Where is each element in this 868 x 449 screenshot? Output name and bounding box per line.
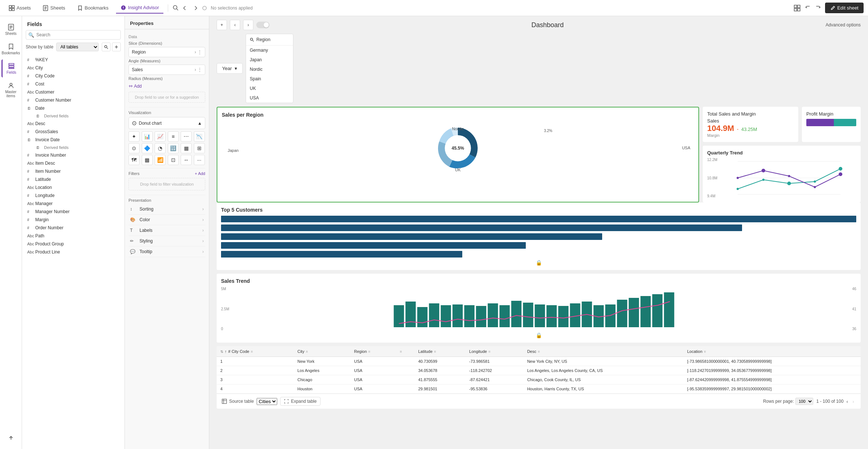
presentation-labels[interactable]: T Labels ›: [129, 225, 205, 236]
nav-next-btn[interactable]: ›: [243, 20, 253, 30]
viz-waterfall-icon[interactable]: 📶: [155, 155, 166, 165]
field-item-itemnumber[interactable]: # Item Number: [22, 167, 124, 175]
field-item-productgroup[interactable]: Abc Product Group: [22, 240, 124, 248]
presentation-styling[interactable]: ✏ Styling ›: [129, 236, 205, 247]
field-item-ordernumber[interactable]: # Order Number: [22, 224, 124, 232]
search-input[interactable]: [26, 30, 121, 40]
invoicedate-derived-fields[interactable]: 🗓 Derived fields: [31, 144, 124, 151]
viz-pie-icon[interactable]: ◔: [155, 143, 166, 153]
viz-gauge-icon[interactable]: ⊙: [129, 143, 140, 153]
region-japan[interactable]: Japan: [246, 55, 293, 65]
expand-table-btn[interactable]: Expand table: [280, 397, 321, 406]
viz-dist-icon[interactable]: ↔: [181, 155, 192, 165]
source-table-select[interactable]: Cities: [257, 398, 277, 405]
angle-more[interactable]: ⋮: [198, 67, 202, 72]
nav-prev-btn[interactable]: ‹: [230, 20, 240, 30]
viz-filter-icon[interactable]: ≡: [168, 131, 179, 142]
viz-bar-icon[interactable]: 📊: [142, 131, 153, 142]
filters-add-btn[interactable]: + Add: [195, 171, 205, 176]
tab-insight-advisor[interactable]: Insight Advisor: [116, 3, 164, 14]
table-select[interactable]: All tables: [56, 43, 99, 51]
sidebar-item-bookmarks[interactable]: Bookmarks: [1, 40, 21, 58]
region-usa[interactable]: USA: [246, 93, 293, 103]
field-item-path[interactable]: Abc Path: [22, 232, 124, 240]
field-item-margin[interactable]: # Margin: [22, 216, 124, 224]
edit-sheet-button[interactable]: Edit sheet: [825, 3, 864, 13]
field-item-grosssales[interactable]: # GrossSales: [22, 128, 124, 136]
viz-kpi-icon[interactable]: 🔢: [168, 143, 179, 153]
viz-more-icon[interactable]: ···: [194, 155, 205, 165]
viz-map-icon[interactable]: 🗺: [129, 155, 140, 165]
region-filter-icon[interactable]: ≡: [368, 350, 370, 354]
viz-treemap-icon[interactable]: ▩: [142, 155, 153, 165]
sidebar-item-master[interactable]: Master items: [1, 79, 21, 101]
sidebar-item-fields[interactable]: Fields: [1, 59, 21, 77]
field-item-manager[interactable]: Abc Manager: [22, 200, 124, 208]
viz-combo-icon[interactable]: 📈: [155, 131, 166, 142]
region-nordic[interactable]: Nordic: [246, 65, 293, 74]
viz-area-icon[interactable]: 🔷: [142, 143, 153, 153]
year-filter-chip[interactable]: Year ▾: [217, 63, 243, 74]
advanced-toggle[interactable]: [256, 22, 270, 28]
rows-per-page-select[interactable]: 100: [795, 398, 813, 405]
date-derived-fields[interactable]: 🗓 Derived fields: [31, 112, 124, 120]
city-filter-icon[interactable]: ≡: [306, 350, 308, 354]
field-item-customernumber[interactable]: # Customer Number: [22, 96, 124, 104]
redo-icon[interactable]: [815, 5, 821, 11]
top5-bar-1: [221, 216, 856, 222]
viz-magic-icon[interactable]: ✦: [129, 131, 140, 142]
viz-scatter-icon[interactable]: ⋯: [181, 131, 192, 142]
region-uk[interactable]: UK: [246, 84, 293, 93]
viz-table-icon[interactable]: ▦: [181, 143, 192, 153]
tab-bookmarks[interactable]: Bookmarks: [73, 3, 113, 13]
field-item-desc[interactable]: Abc Desc: [22, 120, 124, 128]
field-item-managernumber[interactable]: # Manager Number: [22, 208, 124, 216]
sidebar-item-sheets[interactable]: Sheets: [1, 21, 21, 39]
field-item-itemdesc[interactable]: Abc Item Desc: [22, 159, 124, 167]
presentation-color[interactable]: 🎨 Color ›: [129, 215, 205, 225]
field-item-city[interactable]: Abc City: [22, 64, 124, 72]
field-item-location[interactable]: Abc Location: [22, 183, 124, 191]
slice-more[interactable]: ⋮: [198, 50, 202, 55]
region-germany[interactable]: Germany: [246, 45, 293, 55]
field-item-date[interactable]: 🗓 Date: [22, 104, 124, 112]
field-item-pctkey[interactable]: # %KEY: [22, 56, 124, 64]
undo-icon[interactable]: [804, 5, 811, 11]
field-item-citycode[interactable]: # City Code: [22, 72, 124, 80]
location-filter-icon[interactable]: ≡: [704, 350, 706, 354]
presentation-tooltip[interactable]: 💬 Tooltip ›: [129, 247, 205, 257]
viz-pivot-icon[interactable]: ⊞: [194, 143, 205, 153]
page-prev-btn[interactable]: ‹: [845, 398, 849, 405]
field-item-invoicenumber[interactable]: # Invoice Number: [22, 151, 124, 159]
tab-sheets[interactable]: Sheets: [38, 3, 69, 13]
presentation-sorting[interactable]: ↕ Sorting ›: [129, 204, 205, 215]
desc-filter-icon[interactable]: ≡: [538, 350, 540, 354]
slice-expand[interactable]: ›: [195, 50, 196, 55]
viz-selected-row[interactable]: ⊙ Donut chart ▲: [129, 117, 205, 129]
sidebar-item-collapse[interactable]: [1, 431, 21, 445]
col-filter-icon[interactable]: ≡: [251, 350, 253, 354]
slice-field-row[interactable]: Region › ⋮: [129, 47, 205, 57]
angle-expand[interactable]: ›: [195, 67, 196, 72]
extra-filter-icon[interactable]: ≡: [400, 350, 402, 354]
viz-collapse-icon[interactable]: ▲: [198, 121, 202, 126]
field-item-productline[interactable]: Abc Product Line: [22, 248, 124, 256]
latitude-filter-icon[interactable]: ≡: [434, 350, 436, 354]
longitude-filter-icon[interactable]: ≡: [488, 350, 491, 354]
add-radius-btn[interactable]: + + Add: [129, 82, 205, 90]
field-item-longitude[interactable]: # Longitude: [22, 191, 124, 200]
page-next-btn[interactable]: ›: [851, 398, 856, 405]
viz-boxplot-icon[interactable]: ⊡: [168, 155, 179, 165]
angle-field-row[interactable]: Sales › ⋮: [129, 65, 205, 75]
viz-line-icon[interactable]: 📉: [194, 131, 205, 142]
add-field-btn[interactable]: [112, 43, 121, 51]
field-item-customer[interactable]: Abc Customer: [22, 88, 124, 96]
field-item-cost[interactable]: # Cost: [22, 80, 124, 88]
field-item-latitude[interactable]: # Latitude: [22, 175, 124, 183]
grid-view-icon[interactable]: [793, 4, 801, 12]
region-spain[interactable]: Spain: [246, 74, 293, 84]
field-item-invoicedate[interactable]: 🗓 Invoice Date: [22, 136, 124, 144]
add-sheet-btn[interactable]: +: [217, 20, 227, 30]
search-fields-btn[interactable]: [102, 43, 111, 51]
tab-assets[interactable]: Assets: [4, 3, 35, 13]
